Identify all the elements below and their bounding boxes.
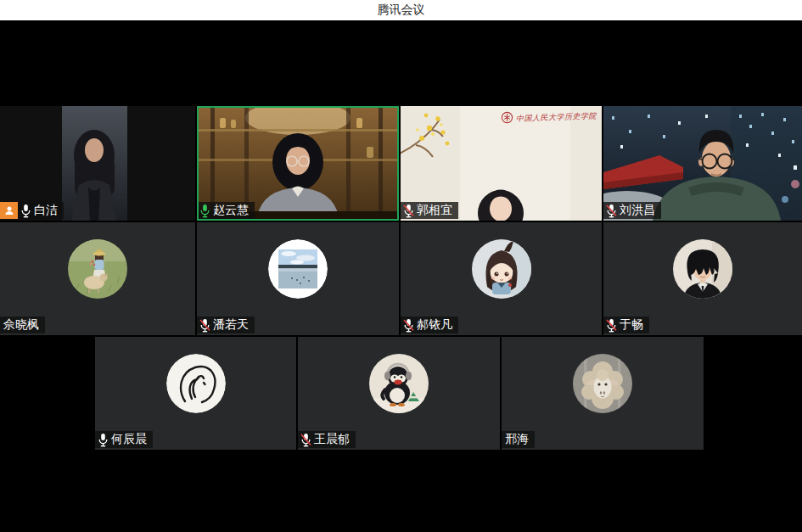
avatar-tile-panruotian[interactable]: 潘若天: [197, 222, 399, 335]
mic-muted-icon: [300, 433, 311, 447]
video-tile-liuhongchang[interactable]: 刘洪昌: [603, 106, 802, 221]
participant-name: 白洁: [34, 203, 58, 218]
host-person-icon: [3, 204, 15, 216]
participant-name: 刘洪昌: [620, 203, 655, 218]
video-tile-guoxiangyi[interactable]: 中国人民大学历史学院 郭相宜: [401, 106, 602, 221]
name-label: 白洁: [18, 202, 64, 219]
avatar-sheep-face: [573, 354, 632, 413]
video-tile-zhaoyunhui[interactable]: 赵云慧: [197, 106, 399, 221]
university-emblem-icon: [501, 111, 513, 124]
university-logo-text: 中国人民大学历史学院: [516, 110, 597, 124]
participant-name: 郭相宜: [417, 203, 452, 218]
participant-name: 何辰晨: [111, 432, 147, 447]
avatar-tile-wangchenyu[interactable]: 王晨郁: [298, 337, 500, 450]
participant-name: 潘若天: [213, 317, 249, 333]
name-label: 王晨郁: [298, 431, 356, 448]
avatar-anime-boy-black-suit: [673, 239, 732, 299]
name-label: 邢海: [502, 431, 535, 448]
participant-name: 郝铱凡: [417, 317, 452, 333]
mic-on-icon: [20, 204, 31, 218]
participant-name: 于畅: [620, 317, 643, 333]
mic-muted-icon: [199, 318, 210, 333]
host-badge: [0, 202, 18, 219]
name-label: 刘洪昌: [603, 202, 661, 219]
participant-name: 邢海: [505, 432, 529, 447]
avatar-tile-haoyifan[interactable]: 郝铱凡: [401, 222, 602, 335]
name-label: 郭相宜: [401, 202, 458, 219]
avatar-tile-yuchang[interactable]: 于畅: [603, 222, 802, 335]
mic-muted-icon: [606, 318, 617, 333]
avatar-anime-chibi-girl: [472, 239, 531, 299]
avatar-white-line-art-doodle: [166, 354, 226, 413]
university-logo: 中国人民大学历史学院: [501, 111, 597, 124]
participant-name: 王晨郁: [314, 432, 350, 447]
name-label: 于畅: [603, 316, 649, 333]
mic-muted-icon: [606, 204, 617, 218]
avatar-lamb-in-meadow: [68, 239, 127, 299]
name-label: 何辰晨: [95, 431, 153, 448]
mic-speaking-icon: [199, 204, 210, 218]
mic-muted-icon: [403, 318, 414, 333]
avatar-tile-shexiaofeng[interactable]: 佘晓枫: [0, 222, 195, 335]
name-label: 赵云慧: [197, 202, 255, 219]
participant-name: 赵云慧: [213, 203, 249, 218]
name-label: 潘若天: [197, 316, 255, 333]
avatar-tile-hechenchen[interactable]: 何辰晨: [95, 337, 296, 450]
meeting-window: 腾讯会议: [0, 0, 802, 532]
avatar-penguin-plush-headphones: [369, 354, 429, 413]
avatar-lake-landscape: [268, 239, 328, 299]
app-title: 腾讯会议: [378, 3, 425, 18]
avatar-tile-xinghai[interactable]: 邢海: [502, 337, 704, 450]
name-label: 郝铱凡: [401, 316, 458, 333]
name-label: 佘晓枫: [0, 316, 45, 333]
video-tile-baijie[interactable]: 白洁: [0, 106, 195, 221]
mic-on-icon: [98, 433, 109, 447]
participant-name: 佘晓枫: [3, 317, 39, 333]
mic-muted-icon: [403, 204, 414, 218]
window-titlebar: 腾讯会议: [0, 0, 802, 20]
